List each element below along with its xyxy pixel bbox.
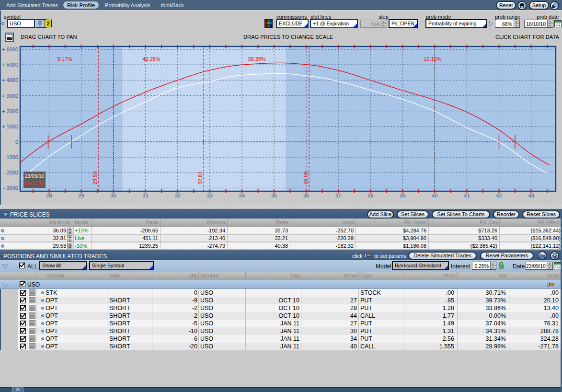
svg-text:10.15%: 10.15% <box>424 56 442 62</box>
svg-text:+ 2000: + 2000 <box>2 108 18 114</box>
svg-text:32: 32 <box>175 193 181 198</box>
svg-text:33: 33 <box>207 193 213 198</box>
svg-text:0: 0 <box>15 139 18 145</box>
svg-text:39: 39 <box>400 193 405 198</box>
svg-text:28: 28 <box>46 193 52 198</box>
svg-text:- 1000: - 1000 <box>3 154 18 160</box>
svg-text:38.39%: 38.39% <box>248 56 266 62</box>
svg-text:37: 37 <box>335 193 341 198</box>
svg-text:29.53: 29.53 <box>92 171 98 184</box>
svg-text:42.28%: 42.28% <box>142 56 161 62</box>
svg-text:30: 30 <box>110 193 116 198</box>
svg-text:+ 4000: + 4000 <box>2 77 18 83</box>
svg-text:43: 43 <box>528 193 534 198</box>
svg-text:+ 6000: + 6000 <box>2 46 18 52</box>
svg-text:9.17%: 9.17% <box>57 56 72 62</box>
svg-text:36.09: 36.09 <box>303 171 309 184</box>
svg-text:29: 29 <box>78 193 84 198</box>
svg-text:35: 35 <box>271 193 277 198</box>
svg-text:41: 41 <box>464 193 470 198</box>
svg-text:42: 42 <box>496 193 502 198</box>
svg-text:38: 38 <box>367 193 373 198</box>
svg-text:- 3000: - 3000 <box>3 185 18 191</box>
svg-text:+ 5000: + 5000 <box>2 62 18 68</box>
svg-text:31: 31 <box>143 193 149 198</box>
svg-text:+ 1000: + 1000 <box>2 124 18 129</box>
svg-text:34: 34 <box>239 193 245 198</box>
svg-text:16/10/10: 16/10/10 <box>25 181 44 186</box>
svg-text:36: 36 <box>303 193 309 198</box>
svg-text:40: 40 <box>432 193 437 198</box>
svg-text:+ 3000: + 3000 <box>2 93 18 99</box>
svg-text:32.81: 32.81 <box>197 171 203 184</box>
svg-text:23/09/10: 23/09/10 <box>25 173 44 179</box>
svg-text:- 2000: - 2000 <box>3 170 18 175</box>
